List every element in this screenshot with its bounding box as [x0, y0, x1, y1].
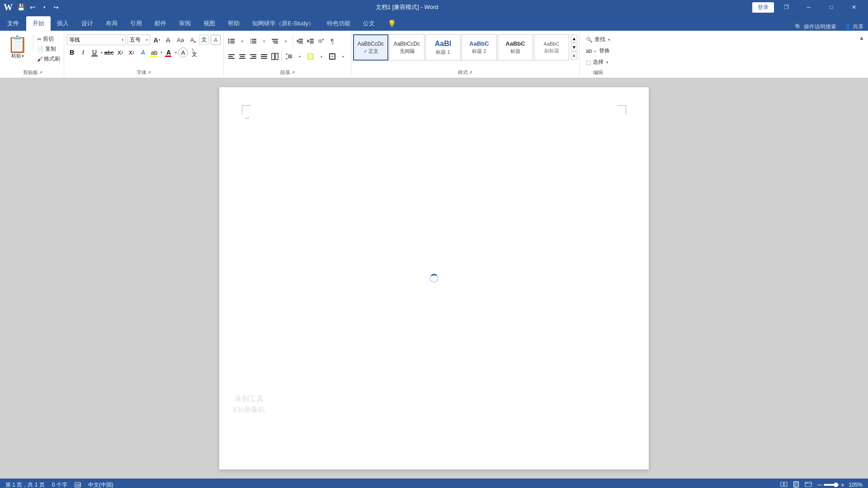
decrease-indent-button[interactable] [295, 36, 305, 46]
zoom-level[interactable]: 105% [846, 482, 863, 488]
tab-mail[interactable]: 邮件 [148, 16, 173, 31]
multilevel-list-button[interactable] [270, 36, 280, 46]
justify-button[interactable] [259, 52, 269, 61]
border-button[interactable] [327, 52, 337, 61]
zoom-plus-button[interactable]: + [841, 481, 844, 488]
page-view-button[interactable] [791, 480, 801, 488]
document-page[interactable]: ↵ 录制工具 KK录像机 [219, 87, 649, 469]
style-h2[interactable]: AaBbC 标题 2 [462, 34, 497, 61]
tab-insert[interactable]: 插入 [51, 16, 75, 31]
style-scroll-up[interactable]: ▲ [571, 34, 577, 42]
underline-button[interactable]: U [90, 47, 99, 57]
case-button[interactable]: Aa [175, 35, 185, 45]
maximize-button[interactable]: □ [821, 0, 842, 14]
share-button[interactable]: 👤 共享 [840, 23, 868, 31]
zoom-out-button[interactable]: ─ [817, 481, 822, 488]
zoom-slider-thumb[interactable] [834, 483, 838, 487]
save-button[interactable]: 💾 [15, 2, 26, 13]
columns-button[interactable] [270, 52, 280, 61]
document-area[interactable]: ↵ 录制工具 KK录像机 [0, 78, 868, 479]
tab-review[interactable]: 审阅 [173, 16, 197, 31]
tab-home[interactable]: 开始 [26, 16, 51, 31]
phonetic-button[interactable]: ā 文 [189, 47, 199, 57]
read-view-button[interactable] [778, 480, 789, 488]
highlight-button[interactable]: ab [149, 47, 159, 57]
proofread-icon-area[interactable]: AB [75, 482, 81, 488]
multilevel-list-dropdown[interactable]: ▾ [281, 36, 291, 46]
tab-special[interactable]: 特色功能 [321, 16, 357, 31]
style-normal[interactable]: AaBbCcDc ✓ 正文 [353, 34, 388, 61]
font-name-selector[interactable]: 等线 ▾ [67, 34, 126, 45]
style-scroll-more[interactable]: ≡ [571, 52, 577, 60]
format-painter-button[interactable]: 🖌 格式刷 [35, 54, 62, 64]
style-title[interactable]: AaBbC 标题 [498, 34, 533, 61]
strikethrough-button[interactable]: abc [104, 47, 114, 57]
copy-button[interactable]: 📄 复制 [35, 44, 62, 54]
find-dropdown[interactable]: ▾ [608, 38, 610, 42]
close-button[interactable]: ✕ [844, 0, 864, 14]
font-expand-icon[interactable]: ↗ [147, 70, 151, 75]
align-center-button[interactable] [237, 52, 247, 61]
word-count[interactable]: 0 个字 [52, 481, 67, 488]
shading-button[interactable] [306, 52, 316, 61]
text-effect-button[interactable]: A [138, 47, 148, 57]
font-color-button[interactable]: A [164, 47, 174, 57]
line-spacing-button[interactable] [284, 52, 294, 61]
search-box[interactable]: 🔍 操作说明搜索 [791, 23, 840, 31]
underline-dropdown[interactable]: ▾ [101, 51, 103, 55]
select-button[interactable]: ⬚ 选择 ▾ [583, 57, 611, 67]
tab-file[interactable]: 文件 [0, 16, 26, 31]
tab-zhiwang[interactable]: 知网研学（原E-Study） [246, 16, 321, 31]
style-scroll-down[interactable]: ▼ [571, 43, 577, 51]
line-spacing-dropdown[interactable]: ▾ [295, 52, 305, 61]
bold-button[interactable]: B [67, 47, 77, 57]
tab-design[interactable]: 设计 [75, 16, 99, 31]
italic-button[interactable]: I [78, 47, 88, 57]
style-h1[interactable]: AaBl 标题 1 [425, 34, 461, 61]
char-border-button[interactable]: A [211, 35, 221, 45]
show-hide-button[interactable]: ¶ [327, 36, 337, 46]
shading-dropdown[interactable]: ▾ [316, 52, 326, 61]
increase-font-button[interactable]: A+ [152, 35, 162, 45]
ribbon-display-button[interactable]: ❐ [776, 0, 797, 14]
decrease-font-button[interactable]: A- [164, 35, 174, 45]
bullet-list-dropdown[interactable]: ▾ [237, 36, 247, 46]
highlight-dropdown[interactable]: ▾ [160, 51, 162, 55]
login-button[interactable]: 登录 [752, 2, 774, 13]
paragraph-expand-icon[interactable]: ↗ [291, 70, 295, 75]
replace-button[interactable]: ab→ 替换 [583, 46, 613, 56]
redo-button[interactable]: ↪ [51, 2, 61, 13]
styles-expand-icon[interactable]: ↗ [469, 70, 472, 75]
tab-view[interactable]: 视图 [197, 16, 222, 31]
tab-layout[interactable]: 布局 [99, 16, 124, 31]
tab-help[interactable]: 帮助 [222, 16, 246, 31]
increase-indent-button[interactable] [306, 36, 316, 46]
style-subtitle[interactable]: AaBbC 副标题 [534, 34, 569, 61]
language[interactable]: 中文(中国) [88, 481, 113, 488]
clear-format-button[interactable]: A ✕ [187, 35, 197, 45]
align-right-button[interactable] [248, 52, 258, 61]
bullet-list-button[interactable] [226, 36, 236, 46]
zoom-slider-track[interactable] [824, 484, 839, 486]
paste-button[interactable]: 📋 粘贴 ▾ [4, 34, 31, 61]
numbered-list-dropdown[interactable]: ▾ [259, 36, 269, 46]
font-color-dropdown[interactable]: ▾ [175, 51, 177, 55]
undo-dropdown[interactable]: ▾ [39, 2, 50, 13]
chinese-layout-button[interactable]: 文 [199, 35, 209, 45]
collapse-ribbon-button[interactable]: ▲ [857, 33, 866, 42]
page-count[interactable]: 第 1 页，共 1 页 [5, 481, 45, 488]
encircle-button[interactable]: A [178, 47, 188, 57]
tab-references[interactable]: 引用 [124, 16, 148, 31]
minimize-button[interactable]: ─ [798, 0, 819, 14]
find-button[interactable]: 🔍 查找 ▾ [583, 34, 613, 45]
undo-button[interactable]: ↩ [27, 2, 38, 13]
align-left-button[interactable] [226, 52, 236, 61]
sort-button[interactable]: 排 [316, 36, 326, 46]
web-view-button[interactable] [803, 480, 814, 488]
numbered-list-button[interactable]: 1 2 3 [248, 36, 258, 46]
border-dropdown[interactable]: ▾ [338, 52, 348, 61]
tab-gongwen[interactable]: 公文 [357, 16, 381, 31]
font-size-selector[interactable]: 五号 ▾ [127, 34, 150, 45]
cut-button[interactable]: ✂ 剪切 [35, 34, 62, 44]
style-nospacing[interactable]: AaBbCcDc 无间隔 [389, 34, 425, 61]
